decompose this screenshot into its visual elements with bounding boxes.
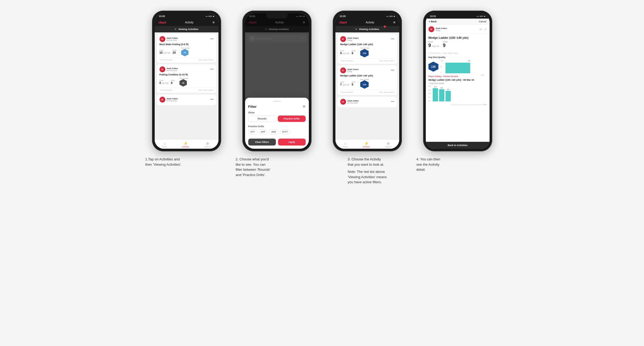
home-icon-3: ⌂ (344, 141, 346, 146)
card-header-3-3: JC Josh Coles 28 Feb 2023 ••• (340, 99, 394, 105)
phone-4-notch (447, 13, 468, 19)
card-header-1-3: JC Josh Coles 28 Feb 2023 ••• (159, 97, 214, 102)
filter-icon-1: ⚙ (174, 28, 176, 31)
caption-1: 1.Tap on Activities and then 'Viewing Ac… (145, 157, 228, 167)
nav-home-3[interactable]: ⌂ Home (343, 141, 348, 148)
activities-label-1: Activities (182, 146, 190, 148)
capture-label-1: Capture (204, 146, 211, 148)
filter-tag-putt[interactable]: PUTT (280, 129, 290, 134)
score-value-1-2: 0 OUT OF (159, 81, 169, 84)
activity-title-1-2: Putting Combine (3-15 ft) (159, 73, 214, 76)
sq-badge-3-2: 118 (360, 80, 369, 89)
home-label-3: Home (343, 146, 348, 148)
nav-capture-3[interactable]: ⊕ Capture (385, 141, 392, 148)
user-date-4: Today (436, 29, 447, 31)
nav-activities-3[interactable]: ⚡ Activities (363, 141, 370, 148)
back-button-4[interactable]: < Back (429, 20, 437, 23)
filter-close-icon[interactable]: ✕ (302, 104, 306, 109)
user-date-3-2: Today (347, 71, 359, 72)
activity-card-3-2[interactable]: JC Josh Coles Today ••• Wedge Ladder (10… (338, 65, 397, 95)
more-dots-3-2[interactable]: ••• (391, 69, 394, 72)
avatar-1-3: JC (159, 97, 165, 102)
banner-text-1: Viewing Activities (178, 28, 198, 31)
more-dots-3-3[interactable]: ••• (391, 100, 394, 104)
activity-card-1-3[interactable]: JC Josh Coles 28 Feb 2023 ••• (157, 95, 216, 105)
footer-right-1-1: Data: Clippd Capture (199, 59, 213, 61)
filter-rounds-btn[interactable]: Rounds (248, 116, 276, 122)
activity-card-3-3[interactable]: JC Josh Coles 28 Feb 2023 ••• (338, 97, 397, 107)
wifi-icon-4: WiFi (479, 15, 483, 17)
status-icons-1: ▪▪▪ WiFi ■ (206, 15, 214, 17)
user-info-1-3: JC Josh Coles 28 Feb 2023 (159, 97, 178, 102)
detail-score-val-4: 9 (428, 43, 431, 48)
viewing-banner-1[interactable]: ⚙ Viewing Activities (155, 26, 218, 32)
menu-icon-1[interactable]: ≡ (212, 20, 214, 24)
filter-tag-app[interactable]: APP (259, 129, 268, 134)
activity-card-3-1[interactable]: JC Josh Coles Today ••• Wedge Ladder (10… (338, 34, 397, 64)
sq-label-3-2: Shot Quality (360, 79, 369, 80)
viewing-banner-3[interactable]: ⚙ Viewing Activities (335, 26, 399, 32)
menu-icon-3[interactable]: ≡ (393, 20, 395, 24)
user-name-3-3: Josh Coles (347, 100, 359, 102)
footer-left-1-1: ⊙ Test Information (159, 59, 172, 61)
step-1-column: 13:20 ▪▪▪ WiFi ■ clippd Activity ≡ ⚙ V (145, 11, 228, 167)
expand-icon-4[interactable]: ⤢ (484, 27, 487, 31)
step-3-column: 13:20 ▪▪▪ WiFi ■ clippd Activity ≡ ⚙ V (326, 11, 409, 185)
edit-icon-4[interactable]: ✏ (479, 27, 482, 31)
cancel-button-4[interactable]: Cancel (479, 20, 486, 23)
user-name-4: Josh Coles (436, 27, 447, 29)
nav-home-1[interactable]: ⌂ Home (162, 141, 167, 148)
more-dots-1-2[interactable]: ••• (210, 67, 214, 71)
activity-list-3: JC Josh Coles Today ••• Wedge Ladder (10… (335, 32, 399, 139)
footer-left-1-2: ⊙ Test Information (159, 89, 172, 91)
activity-title-3-2: Wedge Ladder (100–140 yds) (340, 74, 394, 77)
shots-group-3-2: Shots 9 (352, 81, 356, 86)
detail-outof-4: OUT OF (432, 45, 439, 47)
clear-filters-button[interactable]: Clear Filters (248, 139, 276, 146)
more-dots-1-1[interactable]: ••• (210, 37, 214, 41)
card-footer-1-1: ⊙ Test Information Data: Clippd Capture (159, 57, 214, 61)
apply-button[interactable]: Apply (278, 139, 306, 146)
score-value-3-2: 7 OUT OF (340, 83, 350, 86)
detail-header-4: < Back Cancel (426, 19, 490, 25)
logo-3: clippd (339, 21, 347, 24)
activities-label-3: Activities (363, 146, 370, 148)
drag-handle (273, 101, 281, 102)
card-footer-1-2: ⊙ Test Information Data: Clippd Capture (159, 88, 214, 91)
nav-capture-1[interactable]: ⊕ Capture (204, 141, 211, 148)
detail-activity-title-4: Wedge Ladder (100–140 yds) (428, 36, 487, 39)
capture-label-3: Capture (385, 146, 392, 148)
caption-2: 2. Choose what you'd like to see. You ca… (236, 157, 318, 177)
caption-4: 4. You can then see the Activity detail. (416, 157, 499, 172)
user-date-1-3: 28 Feb 2023 (167, 100, 178, 102)
battery-icon-1: ■ (213, 15, 214, 17)
score-group-3-1: Score 9 OUT OF (340, 50, 350, 55)
activity-list-1: JC Josh Coles 28 Feb 2023 ••• Must Make … (155, 32, 218, 139)
signal-icon-4: ▪▪▪ (477, 15, 479, 17)
filter-tag-ott[interactable]: OTT (248, 129, 257, 134)
user-name-3-1: Josh Coles (347, 37, 359, 39)
activity-card-1-2[interactable]: JC Josh Coles 28 Feb 2023 ••• Putting Co… (157, 64, 216, 93)
session-title-4: Wedge Ladder (100–140 yds) - 06 Mar 23 (428, 79, 487, 81)
nav-activities-1[interactable]: ⚡ Activities (182, 141, 190, 148)
bar-col-1: 132 (433, 86, 438, 101)
shots-group-1-1: Shots 20 (172, 49, 176, 54)
user-date-3-3: 28 Feb 2023 (347, 102, 359, 104)
more-dots-1-3[interactable]: ••• (210, 98, 214, 101)
activity-card-1-1[interactable]: JC Josh Coles 28 Feb 2023 ••• Must Make … (157, 34, 216, 63)
sq-label-1-2: Shot Quality (179, 78, 188, 79)
detail-info-row-4: ⊙ Test Information Data: Clippd Capture (428, 52, 487, 54)
filter-show-label: Show (248, 111, 306, 114)
filter-header: Filter ✕ (248, 104, 306, 109)
filter-tag-arg[interactable]: ARG (269, 129, 279, 134)
status-icons-4: ▪▪▪ WiFi ■ (477, 15, 485, 17)
status-time-1: 13:20 (159, 15, 165, 18)
score-value-1-1: 10 OUT OF (159, 51, 171, 54)
battery-icon-4: ■ (484, 15, 485, 17)
more-dots-3-1[interactable]: ••• (391, 37, 394, 41)
back-to-activities-button-4[interactable]: Back to Activities (426, 142, 490, 149)
filter-tag-row: OTT APP ARG PUTT (248, 129, 306, 134)
filter-practice-btn[interactable]: Practice Drills (278, 116, 306, 122)
score-group-1-1: Score 10 OUT OF (159, 49, 171, 54)
phone-2-notch (266, 13, 288, 19)
